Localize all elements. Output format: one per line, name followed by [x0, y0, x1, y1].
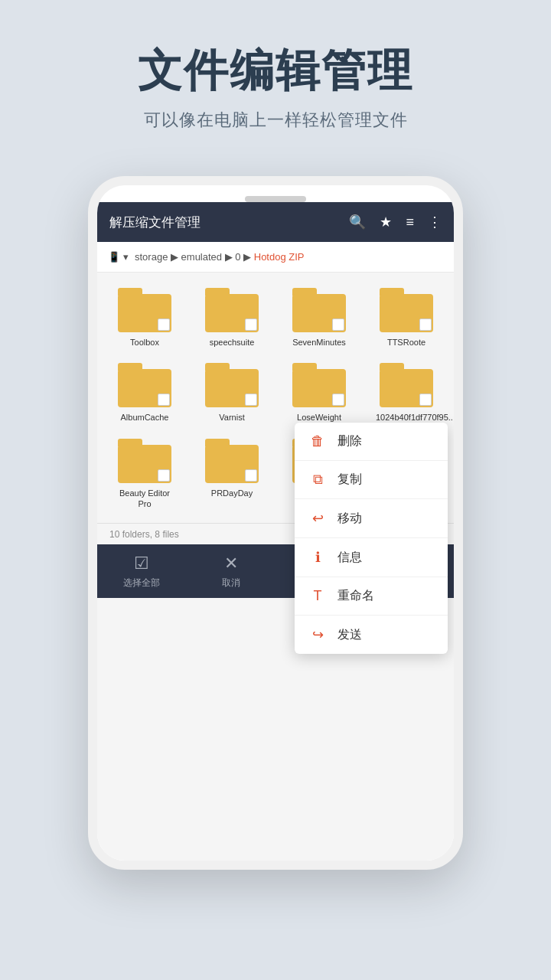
menu-label-move: 移动: [337, 511, 362, 527]
folder-icon: [118, 363, 171, 407]
toolbar-icons: 🔍 ★ ≡ ⋮: [349, 214, 442, 230]
file-name: Beauty Editor Pro: [114, 488, 175, 510]
list-item[interactable]: SevenMinutes: [276, 280, 362, 354]
more-icon[interactable]: ⋮: [428, 214, 442, 230]
breadcrumb-path: storage ▶ emulated ▶ 0 ▶ Hotdog ZIP: [135, 251, 305, 263]
send-icon: ↪: [308, 626, 327, 643]
list-item[interactable]: TTSRoote: [364, 280, 449, 354]
folder-icon: [292, 363, 346, 407]
file-name: speechsuite: [210, 337, 255, 348]
file-name: LoseWeight: [297, 412, 341, 423]
menu-item-copy[interactable]: ⧉ 复制: [295, 461, 448, 499]
toolbar-title: 解压缩文件管理: [109, 214, 349, 231]
folder-icon: [205, 288, 259, 332]
menu-item-move[interactable]: ↩ 移动: [295, 499, 448, 538]
menu-item-info[interactable]: ℹ 信息: [295, 538, 448, 577]
folder-icon: [292, 288, 346, 332]
menu-label-info: 信息: [337, 550, 362, 566]
nav-label-select-all: 选择全部: [123, 577, 160, 590]
menu-label-send: 发送: [337, 627, 362, 643]
file-name: Varnist: [219, 412, 244, 423]
list-item[interactable]: speechsuite: [189, 280, 275, 354]
delete-icon: 🗑: [308, 433, 327, 449]
menu-icon[interactable]: ≡: [406, 214, 414, 230]
app-toolbar: 解压缩文件管理 🔍 ★ ≡ ⋮: [97, 202, 454, 242]
page-subtitle: 可以像在电脑上一样轻松管理文件: [31, 109, 520, 132]
menu-item-rename[interactable]: T 重命名: [295, 577, 448, 616]
list-item[interactable]: 1024b40f1df770f95...: [364, 355, 449, 429]
nav-item-select-all[interactable]: ☑ 选择全部: [97, 544, 187, 598]
nav-item-cancel[interactable]: ✕ 取消: [187, 544, 276, 598]
file-name: AlbumCache: [121, 412, 169, 423]
breadcrumb-static: storage ▶ emulated ▶ 0 ▶: [135, 251, 254, 263]
list-item[interactable]: Beauty Editor Pro: [102, 431, 187, 516]
search-icon[interactable]: 🔍: [349, 214, 366, 230]
list-item[interactable]: AlbumCache: [102, 355, 187, 429]
breadcrumb-active[interactable]: Hotdog ZIP: [254, 251, 305, 263]
list-item[interactable]: Toolbox: [102, 280, 187, 354]
file-name: TTSRoote: [387, 337, 425, 348]
status-text: 10 folders, 8 files: [109, 529, 179, 540]
phone-mockup: 解压缩文件管理 🔍 ★ ≡ ⋮ 📱 ▾ storage ▶ emulated ▶…: [88, 176, 463, 870]
app-content: 解压缩文件管理 🔍 ★ ≡ ⋮ 📱 ▾ storage ▶ emulated ▶…: [97, 202, 454, 861]
file-name: 1024b40f1df770f95...: [376, 412, 437, 423]
breadcrumb-bar: 📱 ▾ storage ▶ emulated ▶ 0 ▶ Hotdog ZIP: [97, 242, 454, 273]
device-icon: 📱: [108, 251, 120, 263]
menu-label-rename: 重命名: [337, 588, 374, 604]
list-item[interactable]: PRDayDay: [189, 431, 275, 516]
folder-icon: [380, 363, 433, 407]
file-name: Toolbox: [130, 337, 159, 348]
folder-icon: [118, 288, 171, 332]
copy-icon: ⧉: [308, 472, 327, 488]
list-item[interactable]: LoseWeight: [276, 355, 362, 429]
menu-item-send[interactable]: ↪ 发送: [295, 616, 448, 654]
folder-icon: [205, 363, 259, 407]
menu-label-copy: 复制: [337, 472, 362, 488]
header-area: 文件编辑管理 可以像在电脑上一样轻松管理文件: [0, 0, 551, 155]
rename-icon: T: [308, 588, 327, 604]
context-menu: 🗑 删除 ⧉ 复制 ↩ 移动 ℹ 信息 T 重命名 ↪ 发送: [295, 423, 448, 654]
list-item[interactable]: Varnist: [189, 355, 275, 429]
cancel-icon: ✕: [224, 554, 238, 573]
folder-icon: [118, 439, 171, 483]
file-name: SevenMinutes: [292, 337, 346, 348]
folder-icon: [380, 288, 433, 332]
nav-label-cancel: 取消: [222, 577, 240, 590]
breadcrumb-device[interactable]: 📱 ▾: [108, 251, 129, 263]
phone-speaker: [245, 196, 306, 202]
breadcrumb-arrow: ▾: [123, 251, 129, 263]
info-icon: ℹ: [308, 549, 327, 566]
menu-label-delete: 删除: [337, 433, 362, 449]
file-name: PRDayDay: [211, 488, 253, 498]
folder-icon: [205, 439, 259, 483]
menu-item-delete[interactable]: 🗑 删除: [295, 423, 448, 461]
move-icon: ↩: [308, 510, 327, 527]
star-icon[interactable]: ★: [380, 214, 392, 230]
page-title: 文件编辑管理: [31, 46, 520, 95]
select-all-icon: ☑: [134, 554, 149, 573]
